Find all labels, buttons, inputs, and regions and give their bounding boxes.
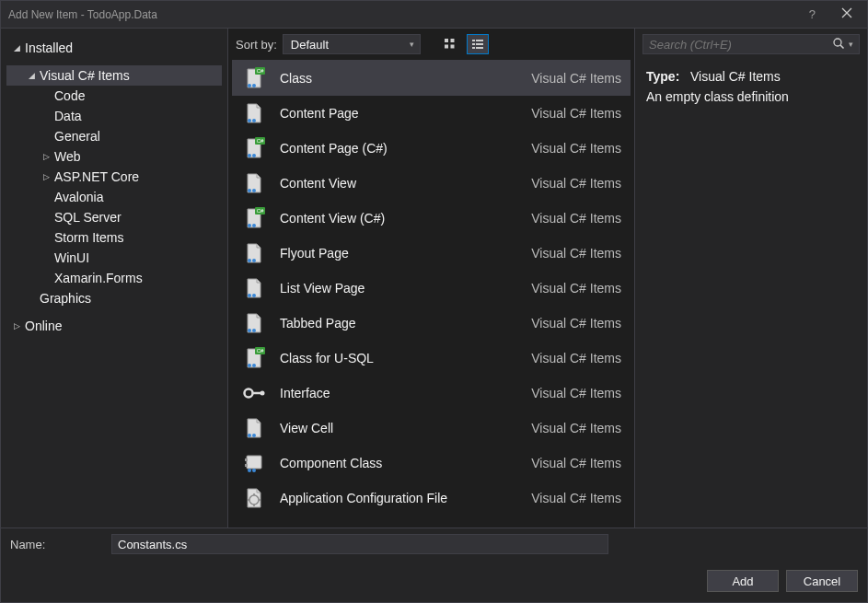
search-box[interactable]: ▾: [642, 34, 860, 54]
template-name: List View Page: [280, 281, 518, 296]
cancel-button[interactable]: Cancel: [786, 570, 858, 592]
template-icon: C#: [241, 345, 267, 371]
svg-rect-11: [476, 47, 483, 49]
dialog-window: Add New Item - TodoApp.Data ? ◢ Installe…: [0, 0, 868, 603]
svg-point-41: [248, 434, 251, 437]
svg-point-46: [248, 469, 251, 472]
svg-point-20: [248, 154, 251, 157]
tree-node-general[interactable]: General: [6, 126, 222, 146]
template-item[interactable]: C#Class for U-SQLVisual C# Items: [232, 341, 631, 376]
template-item[interactable]: Content ViewVisual C# Items: [232, 166, 631, 201]
template-icon: [241, 275, 267, 301]
template-item[interactable]: C#Content Page (C#)Visual C# Items: [232, 131, 631, 166]
titlebar: Add New Item - TodoApp.Data ?: [1, 1, 867, 29]
details-panel: ▾ Type: Visual C# Items An empty class d…: [635, 29, 867, 528]
svg-point-29: [252, 259, 256, 262]
tree-node-installed[interactable]: ◢ Installed: [6, 38, 222, 58]
name-row: Name:: [1, 528, 867, 560]
category-tree-panel: ◢ Installed ◢ Visual C# Items Code Data …: [1, 29, 227, 528]
svg-point-23: [252, 189, 256, 192]
svg-point-42: [252, 434, 256, 437]
template-icon: C#: [241, 135, 267, 161]
search-icon: [832, 37, 845, 52]
grid-icon: [444, 38, 457, 51]
sort-value: Default: [291, 38, 329, 52]
tree-node-avalonia[interactable]: Avalonia: [6, 187, 222, 207]
tree-node-web[interactable]: ▷Web: [6, 146, 222, 167]
close-button[interactable]: [834, 7, 860, 21]
svg-point-37: [252, 364, 256, 367]
template-item[interactable]: Application Manifest File (WindowsVisual…: [232, 516, 631, 524]
template-icon: [241, 240, 267, 266]
svg-text:C#: C#: [257, 348, 264, 354]
sort-dropdown[interactable]: Default ▾: [283, 34, 421, 54]
svg-point-28: [248, 259, 251, 262]
tree-node-online[interactable]: ▷ Online: [6, 316, 222, 336]
search-input[interactable]: [649, 38, 832, 52]
template-item[interactable]: Component ClassVisual C# Items: [232, 446, 631, 481]
template-name: Application Configuration File: [280, 491, 518, 505]
template-item[interactable]: Content PageVisual C# Items: [232, 96, 631, 131]
svg-point-40: [260, 391, 265, 396]
sort-by-label: Sort by:: [236, 38, 277, 52]
template-category: Visual C# Items: [531, 106, 621, 121]
template-name: Component Class: [280, 456, 518, 470]
list-icon: [471, 38, 484, 51]
template-name: Class: [280, 71, 518, 86]
svg-line-55: [840, 45, 844, 49]
tree-node-data[interactable]: Data: [6, 106, 222, 126]
svg-rect-5: [450, 45, 454, 49]
tree-node-aspnet-core[interactable]: ▷ASP.NET Core: [6, 167, 222, 187]
tree-node-winui[interactable]: WinUI: [6, 248, 222, 268]
tree-node-xamarin-forms[interactable]: Xamarin.Forms: [6, 268, 222, 288]
svg-point-47: [252, 469, 256, 472]
template-item[interactable]: View CellVisual C# Items: [232, 411, 631, 446]
name-input[interactable]: [111, 534, 608, 554]
svg-text:C#: C#: [257, 138, 264, 144]
template-icon: [241, 485, 267, 511]
template-category: Visual C# Items: [531, 281, 621, 296]
template-name: Content View: [280, 176, 518, 191]
template-item[interactable]: C#ClassVisual C# Items: [232, 61, 631, 96]
svg-rect-4: [445, 45, 448, 49]
svg-text:C#: C#: [257, 208, 264, 214]
template-item[interactable]: List View PageVisual C# Items: [232, 271, 631, 306]
expander-icon: ▷: [40, 172, 52, 181]
svg-rect-7: [476, 40, 483, 41]
expander-icon: ◢: [25, 71, 38, 80]
template-item[interactable]: C#Content View (C#)Visual C# Items: [232, 201, 631, 236]
template-item[interactable]: Application Configuration FileVisual C# …: [232, 481, 631, 516]
template-item[interactable]: Flyout PageVisual C# Items: [232, 236, 631, 271]
template-category: Visual C# Items: [531, 141, 621, 156]
view-list-button[interactable]: [467, 34, 489, 54]
chevron-down-icon[interactable]: ▾: [849, 40, 853, 49]
template-name: Content Page: [280, 106, 518, 121]
view-large-icons-button[interactable]: [439, 34, 461, 54]
template-category: Visual C# Items: [531, 211, 621, 226]
svg-rect-44: [245, 458, 248, 461]
tree-node-storm-items[interactable]: Storm Items: [6, 227, 222, 248]
svg-point-36: [248, 364, 251, 367]
type-line: Type: Visual C# Items: [646, 69, 856, 84]
tree-node-code[interactable]: Code: [6, 86, 222, 106]
template-category: Visual C# Items: [531, 456, 621, 470]
svg-point-17: [252, 119, 256, 122]
add-button[interactable]: Add: [707, 570, 779, 592]
tree-node-visual-csharp-items[interactable]: ◢ Visual C# Items: [6, 65, 222, 86]
expander-icon: ◢: [10, 43, 23, 52]
button-row: Add Cancel: [1, 560, 867, 602]
template-item[interactable]: InterfaceVisual C# Items: [232, 376, 631, 411]
template-list[interactable]: C#ClassVisual C# ItemsContent PageVisual…: [232, 60, 631, 524]
template-name: Content View (C#): [280, 211, 518, 226]
template-name: View Cell: [280, 421, 518, 435]
template-icon: [241, 450, 267, 476]
template-item[interactable]: Tabbed PageVisual C# Items: [232, 306, 631, 341]
template-icon: [241, 310, 267, 336]
tree-node-graphics[interactable]: Graphics: [6, 288, 222, 308]
template-details: Type: Visual C# Items An empty class def…: [635, 60, 867, 113]
template-category: Visual C# Items: [531, 71, 621, 86]
template-category: Visual C# Items: [531, 351, 621, 365]
tree-node-sql-server[interactable]: SQL Server: [6, 207, 222, 227]
help-button[interactable]: ?: [809, 7, 816, 21]
expander-icon: ▷: [10, 321, 23, 330]
